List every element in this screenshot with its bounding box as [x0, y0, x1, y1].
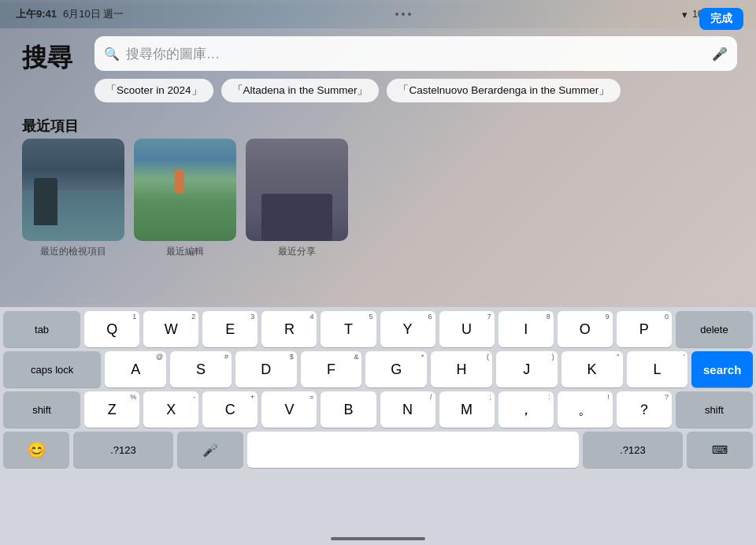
- key-k[interactable]: "K: [561, 351, 623, 387]
- thumbnail-img-0: [22, 139, 124, 241]
- key-t[interactable]: 5T: [321, 311, 376, 347]
- key-w[interactable]: 2W: [143, 311, 198, 347]
- key-j[interactable]: )J: [496, 351, 558, 387]
- key-g[interactable]: *G: [365, 351, 427, 387]
- content-area: 搜尋 🔍 搜尋你的圖庫… 🎤 「Scooter in 2024」 「Altade…: [0, 28, 756, 307]
- key-e[interactable]: 3E: [202, 311, 258, 347]
- home-indicator: [331, 537, 425, 540]
- chip-2[interactable]: 「Castelnuovo Berardenga in the Summer」: [387, 79, 621, 102]
- search-title: 搜尋: [22, 41, 72, 76]
- key-shift-left[interactable]: shift: [3, 391, 80, 428]
- key-o[interactable]: 9O: [558, 311, 613, 347]
- key-shift-right[interactable]: shift: [676, 391, 753, 428]
- search-icon: 🔍: [104, 46, 120, 61]
- key-comma[interactable]: :，: [498, 391, 554, 428]
- thumbnail-caption-1: 最近編輯: [166, 245, 204, 258]
- keyboard-row-2: caps lock @A #S $D &F *G (H )J "K 'L sea…: [0, 347, 756, 387]
- key-tab[interactable]: tab: [3, 311, 80, 347]
- thumbnail-img-1: [134, 139, 236, 241]
- key-capslock[interactable]: caps lock: [3, 351, 101, 387]
- key-r[interactable]: 4R: [261, 311, 317, 347]
- key-h[interactable]: (H: [431, 351, 492, 387]
- status-center-dots: [395, 13, 411, 16]
- key-question[interactable]: ?？: [617, 391, 672, 428]
- key-i[interactable]: 8I: [498, 311, 554, 347]
- key-123-left[interactable]: .?123: [73, 432, 172, 468]
- thumbnails-row: 最近的檢視項目 最近編輯 最近分享: [22, 139, 348, 258]
- recent-label: 最近項目: [22, 117, 79, 135]
- key-mic[interactable]: 🎤: [177, 432, 243, 468]
- keyboard-row-1: tab 1Q 2W 3E 4R 5T 6Y 7U 8I 9O 0P delete: [0, 307, 756, 347]
- status-bar: 上午9:41 6月10日 週一 ▾ 100%: [0, 0, 756, 28]
- keyboard-row-4: 😊 .?123 🎤 .?123 ⌨: [0, 428, 756, 468]
- thumbnail-img-2: [246, 139, 348, 241]
- thumbnail-0[interactable]: 最近的檢視項目: [22, 139, 124, 258]
- key-space[interactable]: [247, 432, 579, 468]
- key-emoji[interactable]: 😊: [3, 432, 69, 468]
- key-l[interactable]: 'L: [627, 351, 688, 387]
- key-c[interactable]: +C: [202, 391, 258, 428]
- key-v[interactable]: =V: [261, 391, 317, 428]
- thumbnail-caption-2: 最近分享: [278, 245, 316, 258]
- status-time: 上午9:41: [16, 7, 57, 21]
- wifi-icon: ▾: [682, 9, 687, 20]
- key-123-right[interactable]: .?123: [583, 432, 682, 468]
- search-placeholder: 搜尋你的圖庫…: [126, 45, 706, 63]
- key-z[interactable]: %Z: [84, 391, 139, 428]
- thumbnail-2[interactable]: 最近分享: [246, 139, 348, 258]
- key-x[interactable]: -X: [143, 391, 198, 428]
- thumbnail-caption-0: 最近的檢視項目: [40, 245, 106, 258]
- key-u[interactable]: 7U: [439, 311, 495, 347]
- key-p[interactable]: 0P: [617, 311, 672, 347]
- key-delete[interactable]: delete: [676, 311, 753, 347]
- key-d[interactable]: $D: [235, 351, 297, 387]
- key-keyboard-hide[interactable]: ⌨: [687, 432, 753, 468]
- keyboard-row-3: shift %Z -X +C =V B /N ;M :， !。 ?？ shift: [0, 387, 756, 428]
- thumbnail-1[interactable]: 最近編輯: [134, 139, 236, 258]
- key-search[interactable]: search: [691, 351, 753, 387]
- search-bar[interactable]: 🔍 搜尋你的圖庫… 🎤: [94, 36, 737, 71]
- status-date: 6月10日 週一: [63, 7, 124, 21]
- key-m[interactable]: ;M: [439, 391, 495, 428]
- done-button[interactable]: 完成: [699, 8, 743, 30]
- chip-0[interactable]: 「Scooter in 2024」: [94, 79, 213, 102]
- key-q[interactable]: 1Q: [84, 311, 139, 347]
- key-y[interactable]: 6Y: [380, 311, 435, 347]
- keyboard: tab 1Q 2W 3E 4R 5T 6Y 7U 8I 9O 0P delete…: [0, 307, 756, 545]
- key-exclaim[interactable]: !。: [558, 391, 613, 428]
- microphone-icon[interactable]: 🎤: [712, 46, 728, 61]
- key-a[interactable]: @A: [105, 351, 166, 387]
- key-b[interactable]: B: [321, 391, 376, 428]
- key-f[interactable]: &F: [301, 351, 362, 387]
- suggestion-chips: 「Scooter in 2024」 「Altadena in the Summe…: [94, 79, 621, 102]
- chip-1[interactable]: 「Altadena in the Summer」: [221, 79, 380, 102]
- key-s[interactable]: #S: [170, 351, 232, 387]
- key-n[interactable]: /N: [380, 391, 435, 428]
